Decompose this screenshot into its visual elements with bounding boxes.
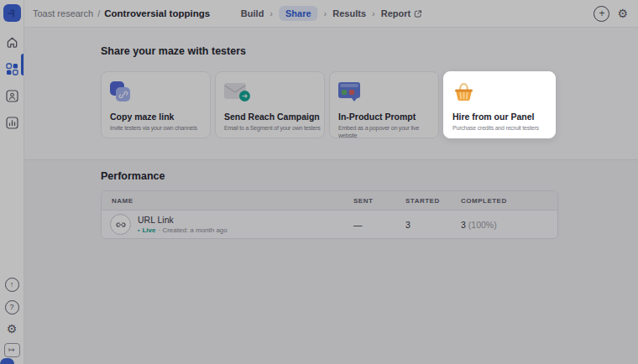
row-meta: ▪ Live · Created: a month ago (138, 226, 227, 234)
column-header-name: NAME (102, 197, 353, 205)
tab-report[interactable]: Report (381, 8, 421, 18)
card-copy-maze-link[interactable]: Copy maze link Invite testers via your o… (101, 71, 211, 138)
sidebar-item-home[interactable] (3, 34, 20, 50)
corner-widget-blob (0, 358, 14, 364)
breadcrumb: Toast research / Controversial toppings (33, 8, 210, 18)
active-nav-indicator (21, 54, 24, 75)
share-cards: Copy maze link Invite testers via your o… (101, 71, 556, 138)
shopping-basket-icon (452, 81, 546, 106)
card-send-reach-campaign[interactable]: ➔ Send Reach Campaign Email to a Segment… (215, 71, 325, 138)
send-arrow-icon: ➔ (242, 93, 248, 100)
maze-settings-button[interactable]: ⚙ (617, 8, 628, 19)
link-icon (116, 220, 126, 230)
completed-value: 3(100%) (461, 220, 557, 230)
maze-logo[interactable] (3, 4, 21, 22)
chain-link-icon (118, 90, 128, 100)
sidebar-footer: ↑ ? ⚙ ↦ (0, 278, 24, 357)
upgrade-button[interactable]: ↑ (5, 278, 19, 292)
row-name: URL Link (138, 215, 227, 226)
created-meta: · Created: a month ago (159, 226, 227, 234)
page-title: Controversial toppings (104, 8, 210, 18)
live-status-label: Live (142, 226, 155, 234)
maze-step-tabs: Build › Share › Results › Report (241, 6, 421, 21)
column-header-started: STARTED (405, 197, 461, 205)
sidebar: ↑ ? ⚙ ↦ (0, 0, 24, 364)
gear-icon: ⚙ (7, 322, 18, 335)
live-status-dot: ▪ (138, 227, 139, 233)
table-row[interactable]: URL Link ▪ Live · Created: a month ago —… (102, 211, 557, 238)
home-icon (6, 36, 18, 49)
up-arrow-icon: ↑ (10, 281, 14, 289)
completed-count: 3 (461, 220, 466, 230)
card-title: In-Product Prompt (338, 112, 430, 122)
card-hire-from-panel[interactable]: Hire from our Panel Purchase credits and… (443, 71, 556, 138)
tab-chevron-icon: › (372, 8, 375, 18)
projects-grid-icon (6, 63, 18, 75)
card-description: Invite testers via your own channels (110, 124, 201, 132)
breadcrumb-project[interactable]: Toast research (33, 8, 93, 18)
performance-title: Performance (101, 170, 165, 182)
plus-icon: + (599, 8, 604, 19)
sidebar-settings-button[interactable]: ⚙ (7, 323, 18, 335)
tab-chevron-icon: › (324, 8, 327, 18)
performance-section: Performance NAME SENT STARTED COMPLETED … (24, 159, 638, 364)
table-header-row: NAME SENT STARTED COMPLETED (102, 191, 557, 211)
collapse-icon: ↦ (8, 346, 15, 354)
header-actions: + ⚙ (594, 6, 628, 22)
column-header-completed: COMPLETED (461, 197, 557, 205)
started-value: 3 (405, 220, 461, 230)
tab-build[interactable]: Build (241, 8, 264, 18)
tab-chevron-icon: › (269, 8, 273, 18)
card-title: Send Reach Campaign (224, 112, 316, 122)
share-section: Share your maze with testers Copy maze l… (24, 28, 638, 159)
tab-share[interactable]: Share (279, 6, 318, 21)
invite-plus-button[interactable]: + (594, 6, 609, 22)
card-title: Copy maze link (110, 112, 201, 122)
sidebar-item-projects[interactable] (3, 60, 20, 77)
card-in-product-prompt[interactable]: In-Product Prompt Embed as a popover on … (329, 71, 439, 138)
collapse-sidebar-button[interactable]: ↦ (4, 343, 20, 357)
card-description: Email to a Segment of your own testers (224, 124, 316, 132)
breadcrumb-separator: / (97, 8, 100, 18)
tab-results[interactable]: Results (332, 8, 366, 18)
help-icon: ? (9, 304, 13, 311)
completed-percent: (100%) (468, 220, 497, 230)
team-icon (6, 90, 18, 102)
top-header: Toast research / Controversial toppings … (24, 0, 638, 28)
send-arrow-badge: ➔ (239, 91, 250, 101)
row-name-block: URL Link ▪ Live · Created: a month ago (138, 215, 227, 234)
card-title: Hire from our Panel (452, 112, 546, 122)
sent-value: — (353, 220, 405, 230)
envelope-send-icon: ➔ (224, 81, 316, 106)
sidebar-item-reports[interactable] (3, 114, 20, 131)
row-name-cell: URL Link ▪ Live · Created: a month ago (102, 214, 353, 235)
help-button[interactable]: ? (5, 300, 19, 315)
card-description: Purchase credits and recruit testers (452, 124, 546, 132)
sidebar-item-team[interactable] (3, 87, 20, 104)
column-header-sent: SENT (353, 197, 405, 205)
tab-report-label: Report (381, 8, 411, 18)
maze-logo-glyph (7, 8, 18, 18)
sidebar-nav (0, 34, 24, 131)
app-window: ↑ ? ⚙ ↦ Toast research / Controversial t… (0, 0, 638, 364)
basket-icon (452, 81, 475, 104)
external-link-icon (414, 10, 421, 18)
gear-icon: ⚙ (617, 7, 628, 20)
browser-popover-icon (338, 81, 430, 106)
performance-table: NAME SENT STARTED COMPLETED URL Link ▪ (101, 190, 558, 239)
bar-chart-icon (6, 117, 18, 129)
share-section-title: Share your maze with testers (101, 45, 246, 57)
card-description: Embed as a popover on your live website (338, 124, 430, 138)
url-link-circle (110, 214, 131, 235)
link-squares-icon (110, 81, 201, 106)
